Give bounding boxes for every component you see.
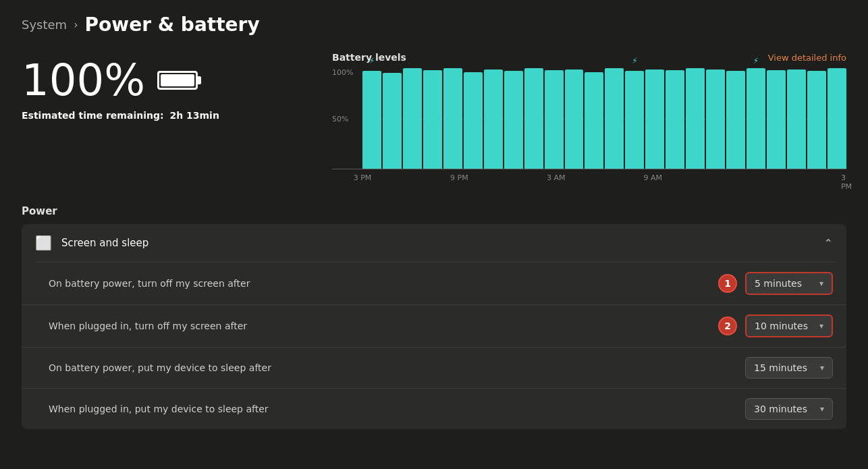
power-section-title: Power [22,205,846,217]
breadcrumb: System › Power & battery [22,13,846,36]
battery-bar [585,72,603,169]
battery-bar [686,68,705,169]
dropdown-4[interactable]: 30 minutes▾ [745,398,833,420]
dropdown-value: 30 minutes [754,404,815,414]
battery-bar [484,70,503,169]
bar-col [443,68,462,169]
bar-col [828,68,846,169]
chart-header: Battery levels View detailed info [332,52,846,63]
battery-bar [666,70,684,169]
bar-col [565,68,584,169]
chevron-up-icon: ⌃ [824,237,833,250]
battery-percentage-value: 100% [22,59,145,102]
bar-col [524,68,543,169]
breadcrumb-current: Power & battery [85,13,260,36]
dropdown-3[interactable]: 15 minutes▾ [745,357,833,379]
estimated-time: Estimated time remaining: 2h 13min [22,110,332,121]
x-labels: 3 PM9 PM3 AM9 AM3 PM [362,173,846,187]
bar-col [423,68,442,169]
annotation-badge: 2 [718,316,737,335]
setting-right: 30 minutes▾ [745,398,833,420]
x-label: 3 PM [841,173,852,191]
screen-sleep-header[interactable]: ⬜ Screen and sleep ⌃ [22,224,846,262]
battery-bar [464,72,483,169]
bar-col [605,68,624,169]
battery-bar [645,70,664,169]
power-section: Power ⬜ Screen and sleep ⌃ On battery po… [22,205,846,429]
bar-col [645,68,664,169]
battery-bar [524,68,543,169]
chevron-down-icon: ▾ [820,404,824,414]
battery-bar [767,70,786,169]
view-detailed-link[interactable]: View detailed info [768,53,846,63]
bar-col [484,68,503,169]
estimated-prefix: Estimated time remaining: [22,110,164,121]
battery-bar [747,68,765,169]
bar-col [726,68,745,169]
y-labels: 100% 50% [332,68,353,169]
estimated-time-value: 2h 13min [169,110,219,121]
battery-bar [545,70,564,169]
chevron-down-icon: ▾ [819,279,823,288]
bar-col [807,68,826,169]
dropdown-2[interactable]: 10 minutes▾ [745,314,833,337]
dropdown-value: 5 minutes [755,278,814,289]
y-label-100: 100% [332,68,353,77]
card-header-left: ⬜ Screen and sleep [35,235,148,251]
setting-label: On battery power, turn off my screen aft… [49,278,250,289]
battery-bar [504,71,523,169]
chevron-down-icon: ▾ [819,321,823,331]
plug-icon: ⚡ [753,56,759,65]
battery-bar [706,70,725,169]
chart-container: 100% 50% ⚡⚡⚡ 3 PM9 PM3 AM9 AM3 PM [332,68,846,186]
monitor-icon: ⬜ [35,235,52,251]
dropdown-value: 15 minutes [754,362,815,373]
battery-bar [565,70,584,169]
setting-row: On battery power, put my device to sleep… [22,348,846,389]
chart-section: Battery levels View detailed info 100% 5… [332,52,846,186]
bar-col: ⚡ [747,68,765,169]
bar-col [504,68,523,169]
setting-right: 15 minutes▾ [718,272,833,295]
y-label-50: 50% [332,114,348,123]
bar-col [403,68,422,169]
battery-bar [605,68,624,169]
annotation-badge: 1 [718,274,737,293]
bar-col: ⚡ [362,68,381,169]
setting-row: When plugged in, turn off my screen afte… [22,305,846,348]
battery-bar [362,71,381,169]
x-label: 9 PM [450,173,468,182]
battery-bar [443,68,462,169]
plug-icon: ⚡ [369,56,375,65]
dropdown-1[interactable]: 5 minutes▾ [745,272,833,295]
battery-bar [403,68,422,169]
breadcrumb-arrow: › [74,18,78,31]
bar-col [545,68,564,169]
bar-col [706,68,725,169]
battery-bar [787,70,806,169]
page-container: System › Power & battery 100% Estimated … [0,0,868,443]
battery-icon [157,71,198,90]
bar-col [787,68,806,169]
top-section: 100% Estimated time remaining: 2h 13min … [22,52,846,186]
chevron-down-icon: ▾ [820,363,824,373]
setting-label: On battery power, put my device to sleep… [49,362,271,373]
setting-row: On battery power, turn off my screen aft… [22,263,846,305]
battery-info: 100% Estimated time remaining: 2h 13min [22,52,332,121]
battery-bar [383,73,402,169]
plug-icon: ⚡ [632,56,637,65]
x-label: 9 AM [643,173,662,182]
bar-col: ⚡ [625,68,644,169]
breadcrumb-system[interactable]: System [22,18,67,32]
x-label: 3 AM [547,173,566,182]
battery-bar [625,71,644,169]
battery-fill [161,74,194,86]
setting-label: When plugged in, turn off my screen afte… [49,321,247,331]
dropdown-value: 10 minutes [755,321,814,331]
setting-label: When plugged in, put my device to sleep … [49,404,269,414]
battery-bar [423,70,442,169]
bars-wrapper: ⚡⚡⚡ [362,68,846,169]
bar-col [686,68,705,169]
bar-col [464,68,483,169]
chart-area: 100% 50% ⚡⚡⚡ [332,68,846,169]
